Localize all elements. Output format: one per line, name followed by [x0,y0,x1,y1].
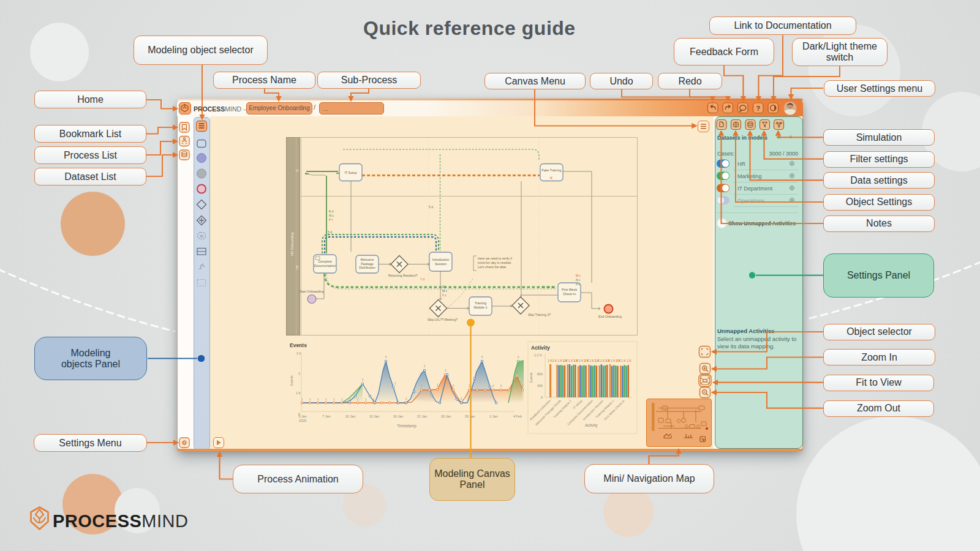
svg-text:m: m [200,234,203,238]
svg-text:Show Unmapped Activities: Show Unmapped Activities [728,220,796,227]
svg-text:HR: HR [737,161,745,167]
svg-text:Marketing: Marketing [737,173,762,179]
svg-text:1 K 1 K 1 K: 1 K 1 K 1 K [616,359,631,362]
svg-text:First Week Check-In: First Week Check-In [603,399,625,421]
svg-text:Operations: Operations [737,198,765,204]
svg-text:?: ? [756,105,760,112]
svg-text:IT Department: IT Department [737,186,773,192]
